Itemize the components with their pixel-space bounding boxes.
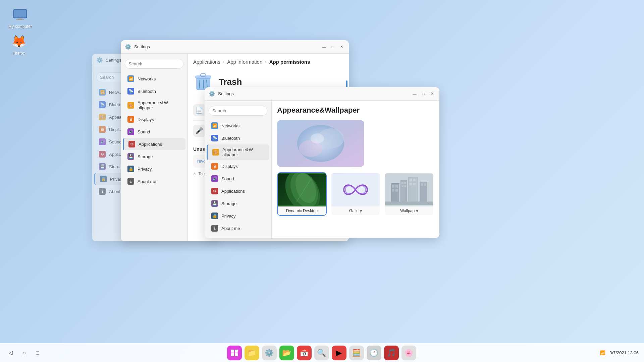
sidebar-front-privacy[interactable]: 🔒 Privacy xyxy=(207,210,269,222)
settings-bg-title: ⚙️ Settings xyxy=(96,57,121,63)
taskbar-app-grid[interactable] xyxy=(227,346,242,360)
front-storage-icon: 💾 xyxy=(211,200,218,207)
sidebar-mid-appearance-label: Appearance&Wallpaper xyxy=(138,100,168,110)
settings-front-maximize[interactable]: □ xyxy=(420,90,427,97)
about-icon: ℹ xyxy=(99,188,106,195)
taskbar-app-clock[interactable]: 🕐 xyxy=(367,346,381,360)
settings-mid-title: ⚙️ Settings xyxy=(125,44,150,50)
svg-rect-30 xyxy=(401,185,404,187)
settings-mid-controls: — □ ✕ xyxy=(321,44,345,50)
mid-privacy-icon: 🔒 xyxy=(127,166,134,172)
svg-rect-33 xyxy=(409,179,412,181)
settings-front-controls: — □ ✕ xyxy=(411,90,435,97)
breadcrumb-current: App permissions xyxy=(269,59,310,65)
recent-button[interactable]: □ xyxy=(32,348,43,358)
svg-rect-2 xyxy=(18,18,22,19)
breadcrumb-sep2: › xyxy=(265,59,266,64)
sidebar-front-privacy-label: Privacy xyxy=(221,214,236,219)
breadcrumb-sep1: › xyxy=(223,59,224,64)
settings-front-title: ⚙️ Settings xyxy=(209,90,234,97)
sidebar-mid-applications-label: Applications xyxy=(139,142,162,147)
sidebar-front-displays[interactable]: 🖥 Displays xyxy=(207,160,269,172)
taskbar-app-filemanager[interactable]: 📂 xyxy=(279,346,294,360)
taskbar-app-calendar[interactable]: 📅 xyxy=(297,346,312,360)
svg-rect-36 xyxy=(413,183,416,185)
wallpaper-card-wallpaper[interactable]: Wallpaper xyxy=(384,172,434,216)
wallpaper-options: Dynamic Desktop Gallery xyxy=(277,172,434,216)
sidebar-front-applications-label: Applications xyxy=(221,189,245,194)
wallpaper-card-dynamic-desktop[interactable]: Dynamic Desktop xyxy=(277,172,327,216)
system-clock: 3/7/2021 13:06 xyxy=(609,350,639,355)
svg-rect-25 xyxy=(392,189,394,191)
breadcrumb-part2[interactable]: App information xyxy=(227,59,262,65)
sidebar-front-bluetooth[interactable]: 📡 Bluetooth xyxy=(207,132,269,144)
appearance-page-title: Appearance&Wallpaper xyxy=(277,106,434,115)
taskbar-app-photos[interactable]: 🌸 xyxy=(401,346,416,360)
sidebar-mid-about[interactable]: ℹ About me xyxy=(123,175,185,187)
microphone-perm-icon: 🎤 xyxy=(193,125,205,137)
taskbar-app-settings[interactable]: ⚙️ xyxy=(262,346,277,360)
sidebar-front-appearance[interactable]: 🎨 Appearance&Wallpaper xyxy=(207,144,269,160)
sidebar-mid-applications[interactable]: ⚙ Applications xyxy=(123,138,185,150)
sidebar-mid-storage[interactable]: 💾 Storage xyxy=(123,150,185,163)
taskbar-app-media[interactable]: ▶ xyxy=(332,346,346,360)
front-about-icon: ℹ xyxy=(211,225,218,232)
svg-rect-3 xyxy=(16,19,24,20)
sidebar-bg-displays-label: Displ... xyxy=(109,127,122,132)
settings-mid-close[interactable]: ✕ xyxy=(338,44,345,50)
svg-rect-29 xyxy=(405,182,407,184)
desktop-icon-my-computer[interactable]: My computer xyxy=(7,7,34,29)
sidebar-mid-displays[interactable]: 🖥 Displays xyxy=(123,113,185,125)
sidebar-mid-bluetooth-label: Bluetooth xyxy=(138,89,156,94)
settings-front-body: 📶 Networks 📡 Bluetooth 🎨 Appearance&Wall… xyxy=(205,101,439,238)
home-button[interactable]: ○ xyxy=(19,348,30,358)
sidebar-front-networks[interactable]: 📶 Networks xyxy=(207,120,269,132)
sidebar-mid-networks[interactable]: 📶 Networks xyxy=(123,73,185,85)
settings-front-close[interactable]: ✕ xyxy=(429,90,435,97)
sidebar-front-sound[interactable]: 🔊 Sound xyxy=(207,173,269,185)
sidebar-mid-appearance[interactable]: 🎨 Appearance&Wallpaper xyxy=(123,98,185,113)
sidebar-mid-bluetooth[interactable]: 📡 Bluetooth xyxy=(123,85,185,97)
settings-front-minimize[interactable]: — xyxy=(411,90,418,97)
settings-front-main: Appearance&Wallpaper xyxy=(272,101,439,238)
sidebar-mid-about-label: About me xyxy=(138,179,156,184)
taskbar-app-calculator[interactable]: 🧮 xyxy=(349,346,364,360)
sidebar-front-about[interactable]: ℹ About me xyxy=(207,222,269,234)
svg-rect-24 xyxy=(395,185,398,187)
taskbar-app-music[interactable]: 🎵 xyxy=(384,346,399,360)
svg-rect-44 xyxy=(235,353,238,356)
back-button[interactable]: ◁ xyxy=(5,348,16,358)
settings-mid-search-container xyxy=(121,56,187,71)
sidebar-mid-sound[interactable]: 🔊 Sound xyxy=(123,126,185,138)
sidebar-bg-networks-label: Netw... xyxy=(109,90,122,95)
settings-mid-minimize[interactable]: — xyxy=(321,44,327,50)
sidebar-mid-privacy[interactable]: 🔒 Privacy xyxy=(123,163,185,175)
wallpaper-card-gallery[interactable]: Gallery xyxy=(331,172,380,216)
settings-front-search-input[interactable] xyxy=(209,106,267,116)
front-bluetooth-icon: 📡 xyxy=(211,135,218,141)
sidebar-front-storage[interactable]: 💾 Storage xyxy=(207,197,269,209)
firefox-icon: 🦊 xyxy=(11,34,27,50)
front-appearance-icon: 🎨 xyxy=(212,149,219,156)
mid-networks-icon: 📶 xyxy=(127,75,134,82)
my-computer-label: My computer xyxy=(8,24,32,29)
desktop-icon-firefox[interactable]: 🦊 Firefox xyxy=(5,34,32,56)
settings-mid-search-input[interactable] xyxy=(125,59,183,69)
svg-rect-42 xyxy=(235,350,238,353)
appearance-icon: 🎨 xyxy=(99,114,106,120)
sidebar-front-about-label: About me xyxy=(221,226,240,231)
settings-mid-maximize[interactable]: □ xyxy=(329,44,336,50)
breadcrumb: Applications › App information › App per… xyxy=(193,59,343,65)
front-sound-icon: 🔊 xyxy=(211,175,218,182)
taskbar-app-search[interactable]: 🔍 xyxy=(314,346,329,360)
my-computer-icon xyxy=(12,7,28,23)
mid-appearance-icon: 🎨 xyxy=(127,102,134,109)
sidebar-front-applications[interactable]: ⚙ Applications xyxy=(207,185,269,197)
mid-bluetooth-icon: 📡 xyxy=(127,88,134,95)
breadcrumb-part1[interactable]: Applications xyxy=(193,59,220,65)
svg-rect-41 xyxy=(231,350,234,353)
sound-icon: 🔊 xyxy=(99,138,106,145)
settings-front-sidebar: 📶 Networks 📡 Bluetooth 🎨 Appearance&Wall… xyxy=(205,101,272,238)
taskbar-app-files[interactable]: 📁 xyxy=(245,346,259,360)
wallpaper-thumbnail xyxy=(385,173,433,206)
